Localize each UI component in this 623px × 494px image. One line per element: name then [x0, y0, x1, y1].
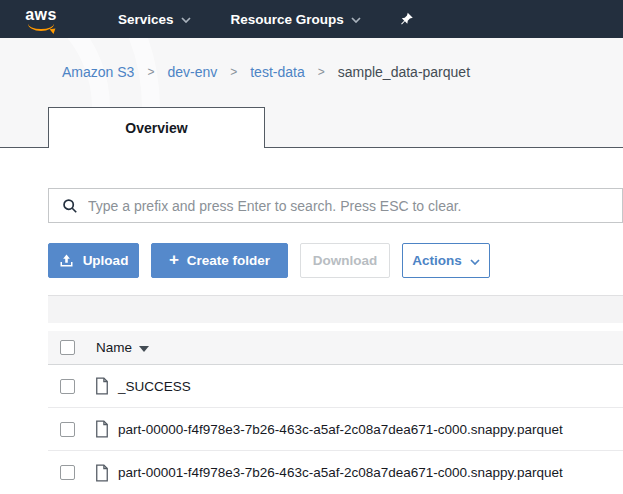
- upload-icon: [59, 253, 74, 268]
- chevron-down-icon: [470, 259, 480, 265]
- breadcrumb-amazon-s3[interactable]: Amazon S3: [62, 64, 134, 80]
- table-row[interactable]: part-00000-f4f978e3-7b26-463c-a5af-2c08a…: [48, 408, 623, 451]
- create-folder-button-label: Create folder: [187, 253, 270, 268]
- select-all-checkbox[interactable]: [60, 340, 75, 355]
- tab-overview-label: Overview: [125, 120, 187, 136]
- upload-button[interactable]: Upload: [48, 243, 139, 278]
- breadcrumb-separator: >: [147, 65, 154, 79]
- create-folder-button[interactable]: + Create folder: [151, 243, 288, 278]
- chevron-down-icon: [181, 17, 191, 23]
- aws-logo-text: aws: [25, 7, 57, 22]
- breadcrumb-separator: >: [318, 65, 325, 79]
- download-button[interactable]: Download: [300, 243, 390, 278]
- plus-icon: +: [169, 251, 179, 268]
- aws-logo[interactable]: aws: [21, 7, 61, 31]
- resource-groups-menu-label: Resource Groups: [231, 12, 344, 27]
- download-button-label: Download: [313, 253, 378, 268]
- objects-table: Name _SUCCESS part-00000-f4f: [48, 331, 623, 494]
- table-header-row: Name: [48, 331, 623, 365]
- services-menu[interactable]: Services: [118, 12, 191, 27]
- breadcrumb-separator: >: [230, 65, 237, 79]
- tab-strip: Overview: [0, 107, 623, 148]
- name-column-label: Name: [96, 340, 132, 355]
- breadcrumb: Amazon S3 > dev-env > test-data > sample…: [62, 64, 470, 80]
- object-name: part-00001-f4f978e3-7b26-463c-a5af-2c08a…: [118, 465, 563, 480]
- file-icon: [94, 464, 110, 482]
- breadcrumb-current: sample_data-parquet: [338, 64, 470, 80]
- sort-descending-icon: [139, 346, 149, 352]
- file-icon: [94, 377, 110, 395]
- table-utility-strip: [48, 295, 623, 323]
- object-name: part-00000-f4f978e3-7b26-463c-a5af-2c08a…: [118, 422, 563, 437]
- search-icon: [62, 198, 78, 214]
- name-column-header[interactable]: Name: [96, 340, 149, 355]
- row-checkbox[interactable]: [60, 422, 75, 437]
- row-checkbox[interactable]: [60, 379, 75, 394]
- actions-dropdown-button[interactable]: Actions: [402, 243, 490, 278]
- resource-groups-menu[interactable]: Resource Groups: [231, 12, 361, 27]
- pushpin-icon[interactable]: [399, 11, 414, 27]
- search-input[interactable]: [88, 198, 622, 214]
- page-subheader: Amazon S3 > dev-env > test-data > sample…: [0, 38, 623, 148]
- object-name: _SUCCESS: [118, 379, 191, 394]
- actions-button-label: Actions: [412, 253, 462, 268]
- table-row[interactable]: part-00001-f4f978e3-7b26-463c-a5af-2c08a…: [48, 451, 623, 494]
- breadcrumb-bucket[interactable]: dev-env: [167, 64, 217, 80]
- upload-button-label: Upload: [83, 253, 129, 268]
- chevron-down-icon: [351, 17, 361, 23]
- top-navigation-bar: aws Services Resource Groups: [0, 0, 623, 38]
- row-checkbox[interactable]: [60, 465, 75, 480]
- action-toolbar: Upload + Create folder Download Actions: [48, 243, 623, 278]
- file-icon: [94, 420, 110, 438]
- prefix-search-bar: [48, 188, 623, 223]
- breadcrumb-folder[interactable]: test-data: [250, 64, 304, 80]
- tab-overview[interactable]: Overview: [48, 107, 265, 148]
- table-row[interactable]: _SUCCESS: [48, 365, 623, 408]
- main-content: Upload + Create folder Download Actions …: [0, 188, 623, 494]
- services-menu-label: Services: [118, 12, 174, 27]
- aws-smile-icon: [28, 22, 54, 31]
